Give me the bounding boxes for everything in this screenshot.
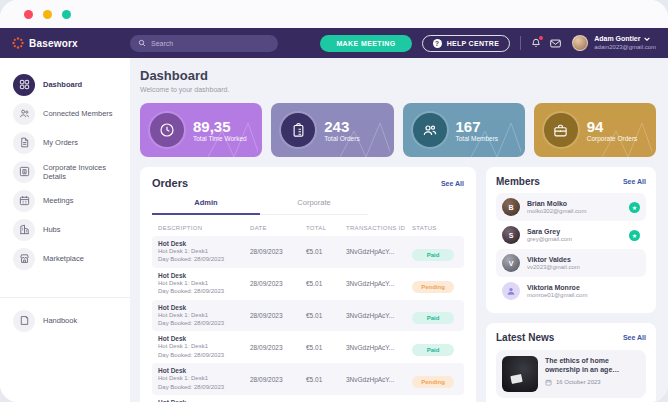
- table-row[interactable]: Hot DeskHot Desk 1: Desk1Day Booked: 28/…: [152, 363, 464, 395]
- stat-card-corporate-orders[interactable]: 94 Corporate Orders: [534, 103, 656, 157]
- search-input[interactable]: [151, 40, 261, 47]
- order-transaction-id: 3NvGdzHpAcY...: [346, 376, 412, 383]
- sidebar-item-corporate-invoices[interactable]: Corporate Invoices Details: [0, 157, 130, 186]
- order-date: 28/09/2023: [250, 248, 306, 255]
- sidebar-item-label: Dashboard: [43, 80, 82, 89]
- member-email: grey@gmail.com: [527, 236, 572, 242]
- order-desc-line: Hot Desk 1: Desk1: [158, 247, 250, 255]
- minimize-window-button[interactable]: [43, 10, 52, 19]
- card-decoration: [340, 117, 390, 157]
- table-row[interactable]: Hot DeskHot Desk 1: Desk1Day Booked: 28/…: [152, 236, 464, 268]
- messages-button[interactable]: [550, 39, 561, 48]
- list-item[interactable]: Viktoria Monroemonroe01@gmail.com ★: [496, 277, 646, 305]
- sidebar-item-label: Marketplace: [43, 254, 84, 263]
- order-desc-line: Day Booked: 28/09/2023: [158, 287, 250, 295]
- order-transaction-id: 3NvGdzHpAcY...: [346, 344, 412, 351]
- star-badge-icon: ★: [629, 230, 640, 241]
- connected-members-icon: [13, 103, 35, 125]
- col-description: DESCRIPTION: [158, 225, 250, 231]
- help-centre-label: HELP CENTRE: [447, 40, 500, 47]
- order-total: €5.01: [306, 312, 346, 319]
- col-total: TOTAL: [306, 225, 346, 231]
- tab-admin[interactable]: Admin: [152, 198, 260, 215]
- corporate-invoices-icon: [13, 161, 35, 183]
- my-orders-icon: [13, 132, 35, 154]
- stat-card-total-members[interactable]: 167 Total Members: [403, 103, 525, 157]
- sidebar-item-meetings[interactable]: Meetings: [0, 186, 130, 215]
- table-row[interactable]: Hot DeskHot Desk 1: Desk1Day Booked: 28/…: [152, 268, 464, 300]
- order-description: Hot Desk: [158, 304, 250, 311]
- order-desc-line: Hot Desk 1: Desk1: [158, 311, 250, 319]
- brand[interactable]: Baseworx: [12, 37, 130, 49]
- news-item-date: 16 October 2023: [556, 379, 601, 385]
- stat-card-total-orders[interactable]: 243 Total Orders: [271, 103, 393, 157]
- make-meeting-button[interactable]: MAKE MEETING: [320, 35, 411, 52]
- sidebar-item-label: Meetings: [43, 196, 73, 205]
- sidebar-item-marketplace[interactable]: Marketplace: [0, 244, 130, 273]
- maximize-window-button[interactable]: [62, 10, 71, 19]
- sidebar-item-hubs[interactable]: Hubs: [0, 215, 130, 244]
- sidebar-item-label: My Orders: [43, 138, 78, 147]
- status-badge: Paid: [412, 344, 454, 356]
- orders-title: Orders: [152, 177, 188, 189]
- table-row[interactable]: Hot DeskHot Desk 1: Desk1Day Booked: 28/…: [152, 300, 464, 332]
- order-total: €5.01: [306, 376, 346, 383]
- main-content: Dashboard Welcome to your dashboard. 89,…: [130, 58, 668, 402]
- news-see-all-link[interactable]: See All: [623, 334, 646, 341]
- orders-table-header: DESCRIPTION DATE TOTAL TRANSACTIONS ID S…: [152, 220, 464, 236]
- sidebar-item-label: Hubs: [43, 225, 61, 234]
- orders-see-all-link[interactable]: See All: [441, 180, 464, 187]
- clock-icon: [150, 113, 184, 147]
- order-date: 28/09/2023: [250, 376, 306, 383]
- member-email: monroe01@gmail.com: [527, 292, 587, 298]
- member-email: molko302@gmail.com: [527, 208, 586, 214]
- avatar: V: [502, 254, 520, 272]
- user-menu[interactable]: Adam Gontier adam2023@gmail.com: [594, 35, 656, 51]
- orders-card: Orders See All Admin Corporate DESCRIPTI…: [140, 167, 476, 402]
- handbook-icon: [13, 310, 35, 332]
- sidebar-item-connected-members[interactable]: Connected Members: [0, 99, 130, 128]
- order-desc-line: Day Booked: 28/09/2023: [158, 319, 250, 327]
- order-desc-line: Hot Desk 1: Desk1: [158, 342, 250, 350]
- table-row[interactable]: Hot DeskHot Desk 1: Desk1Day Booked: 28/…: [152, 331, 464, 363]
- members-see-all-link[interactable]: See All: [623, 178, 646, 185]
- help-centre-button[interactable]: ? HELP CENTRE: [422, 35, 511, 52]
- member-name: Brian Molko: [527, 200, 586, 207]
- sidebar-item-my-orders[interactable]: My Orders: [0, 128, 130, 157]
- list-item[interactable]: S Sara Greygrey@gmail.com ★: [496, 221, 646, 249]
- table-row[interactable]: Hot DeskHot Desk 1: Desk1Day Booked: 28/…: [152, 395, 464, 402]
- order-desc-line: Hot Desk 1: Desk1: [158, 374, 250, 382]
- sidebar-item-dashboard[interactable]: Dashboard: [0, 70, 130, 99]
- order-date: 28/09/2023: [250, 280, 306, 287]
- order-desc-line: Day Booked: 28/09/2023: [158, 351, 250, 359]
- order-description: Hot Desk: [158, 272, 250, 279]
- col-date: DATE: [250, 225, 306, 231]
- members-card: Members See All B Brian Molkomolko302@gm…: [486, 167, 656, 313]
- user-avatar[interactable]: [572, 35, 588, 51]
- order-total: €5.01: [306, 280, 346, 287]
- list-item[interactable]: B Brian Molkomolko302@gmail.com ★: [496, 193, 646, 221]
- orders-tabs: Admin Corporate: [152, 198, 464, 215]
- topbar: Baseworx MAKE MEETING ? HELP CENTRE: [0, 28, 668, 58]
- hubs-icon: [13, 219, 35, 241]
- close-window-button[interactable]: [24, 10, 33, 19]
- order-desc-line: Hot Desk 1: Desk1: [158, 279, 250, 287]
- list-item[interactable]: V Viktor Valdesvv2023@gmail.com ★: [496, 249, 646, 277]
- members-icon: [413, 113, 447, 147]
- order-description: Hot Desk: [158, 335, 250, 342]
- order-date: 28/09/2023: [250, 344, 306, 351]
- card-decoration: [208, 117, 258, 157]
- search-box[interactable]: [130, 35, 278, 52]
- col-transactions-id: TRANSACTIONS ID: [346, 225, 412, 231]
- page-subtitle: Welcome to your dashboard.: [140, 86, 656, 93]
- window-chrome: [0, 0, 668, 28]
- sidebar-item-handbook[interactable]: Handbook: [0, 306, 130, 335]
- clipboard-icon: [281, 113, 315, 147]
- notifications-button[interactable]: [531, 38, 541, 48]
- marketplace-icon: [13, 248, 35, 270]
- stat-card-total-time[interactable]: 89,35 Total Time Worked: [140, 103, 262, 157]
- card-decoration: [471, 117, 521, 157]
- avatar: S: [502, 226, 520, 244]
- news-item[interactable]: The ethics of home ownership in an age… …: [496, 350, 646, 398]
- tab-corporate[interactable]: Corporate: [260, 198, 368, 215]
